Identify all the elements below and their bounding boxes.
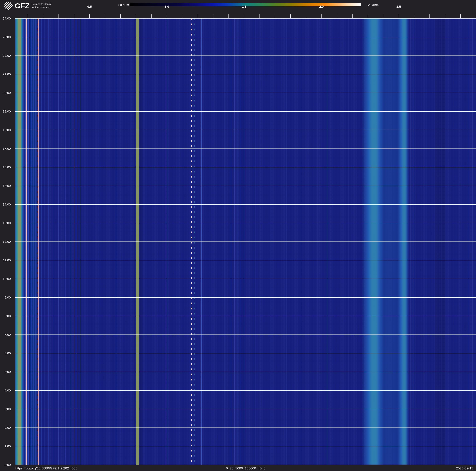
freq-label-2.0: 2.0 — [319, 5, 324, 8]
time-label-24:00: 24:00 — [3, 17, 11, 20]
time-label-4:00: 4:00 — [4, 389, 11, 392]
time-label-5:00: 5:00 — [4, 370, 11, 374]
time-label-16:00: 16:00 — [3, 165, 11, 169]
hour-gridline-2:00 — [15, 428, 476, 428]
freq-label-1.5: 1.5 — [242, 5, 246, 8]
hour-gridline-12:00 — [15, 241, 476, 242]
hour-gridline-9:00 — [15, 297, 476, 298]
hour-gridline-22:00 — [15, 55, 476, 56]
freq-tick-1.7 — [275, 14, 275, 18]
freq-tick-2.1 — [337, 14, 337, 18]
freq-tick-2.8 — [445, 14, 445, 18]
frequency-axis: 0.51.01.52.02.5 — [15, 0, 476, 18]
freq-tick-2.7 — [429, 14, 430, 18]
time-label-22:00: 22:00 — [3, 54, 11, 57]
hour-gridline-10:00 — [15, 279, 476, 279]
dataset-filename: 0_20_3000_100000_40_0 — [15, 466, 476, 471]
hour-gridline-0:00 — [15, 465, 476, 465]
time-label-1:00: 1:00 — [4, 444, 11, 448]
freq-tick-1.2 — [198, 14, 198, 18]
time-label-20:00: 20:00 — [3, 91, 11, 95]
footer: https://doi.org/10.5880/GFZ.1.2.2024.003… — [0, 466, 476, 471]
hour-gridline-1:00 — [15, 446, 476, 446]
freq-tick-2.6 — [414, 14, 414, 18]
freq-tick-0.1 — [28, 14, 28, 18]
hour-gridline-18:00 — [15, 130, 476, 130]
hour-gridline-13:00 — [15, 223, 476, 223]
hour-gridline-4:00 — [15, 390, 476, 391]
time-label-14:00: 14:00 — [3, 203, 11, 206]
time-label-3:00: 3:00 — [4, 407, 11, 411]
hour-gridline-8:00 — [15, 316, 476, 316]
hour-gridline-19:00 — [15, 111, 476, 112]
freq-label-0.5: 0.5 — [87, 5, 92, 8]
hour-gridline-5:00 — [15, 372, 476, 372]
freq-tick-1.9 — [306, 14, 306, 18]
hour-gridline-6:00 — [15, 353, 476, 353]
freq-tick-0.4 — [74, 14, 74, 18]
freq-tick-1.6 — [259, 14, 260, 18]
freq-tick-0.2 — [43, 14, 43, 18]
time-label-15:00: 15:00 — [3, 184, 11, 188]
time-label-17:00: 17:00 — [3, 147, 11, 150]
spectrogram-canvas — [15, 18, 476, 465]
time-label-18:00: 18:00 — [3, 128, 11, 132]
time-label-9:00: 9:00 — [4, 296, 11, 299]
freq-tick-1.4 — [228, 14, 229, 18]
time-label-2:00: 2:00 — [4, 426, 11, 430]
time-label-8:00: 8:00 — [4, 314, 11, 318]
freq-label-2.5: 2.5 — [396, 5, 401, 8]
hour-gridline-14:00 — [15, 204, 476, 205]
freq-tick-0.5 — [89, 14, 90, 18]
freq-tick-1.3 — [213, 14, 213, 18]
hour-gridline-3:00 — [15, 409, 476, 409]
hour-gridline-20:00 — [15, 93, 476, 93]
freq-tick-2.9 — [460, 14, 461, 18]
freq-tick-1.1 — [182, 14, 182, 18]
time-label-21:00: 21:00 — [3, 72, 11, 76]
time-label-11:00: 11:00 — [3, 258, 11, 262]
time-label-12:00: 12:00 — [3, 240, 11, 243]
time-label-19:00: 19:00 — [3, 109, 11, 113]
freq-tick-0.3 — [58, 14, 59, 18]
time-label-6:00: 6:00 — [4, 351, 11, 355]
freq-tick-0.8 — [136, 14, 136, 18]
hour-gridline-17:00 — [15, 148, 476, 149]
freq-tick-0.6 — [105, 14, 105, 18]
freq-tick-1.8 — [290, 14, 291, 18]
hour-gridline-16:00 — [15, 167, 476, 167]
time-label-23:00: 23:00 — [3, 35, 11, 39]
freq-tick-2.0 — [321, 14, 322, 18]
freq-tick-2.4 — [383, 14, 383, 18]
freq-tick-1.5 — [244, 14, 244, 18]
freq-tick-0.9 — [151, 14, 152, 18]
plot-date: 2025-02-13 — [456, 466, 473, 471]
freq-tick-1.0 — [167, 14, 167, 18]
hour-gridline-21:00 — [15, 74, 476, 74]
time-label-13:00: 13:00 — [3, 221, 11, 225]
time-axis: 24:0023:0022:0021:0020:0019:0018:0017:00… — [0, 18, 15, 465]
hour-gridline-7:00 — [15, 334, 476, 335]
freq-tick-2.2 — [352, 14, 353, 18]
hour-gridline-23:00 — [15, 37, 476, 37]
spectrogram-screen: GFZ Helmholtz Centre for Geosciences -80… — [0, 0, 476, 471]
freq-tick-2.3 — [368, 14, 368, 18]
time-label-10:00: 10:00 — [3, 277, 11, 281]
freq-label-1.0: 1.0 — [165, 5, 169, 8]
hour-gridline-15:00 — [15, 186, 476, 186]
hour-gridline-11:00 — [15, 260, 476, 260]
freq-tick-0.7 — [120, 14, 121, 18]
time-label-7:00: 7:00 — [4, 333, 11, 337]
gfz-logo-icon — [4, 1, 13, 10]
freq-tick-2.5 — [399, 14, 399, 18]
